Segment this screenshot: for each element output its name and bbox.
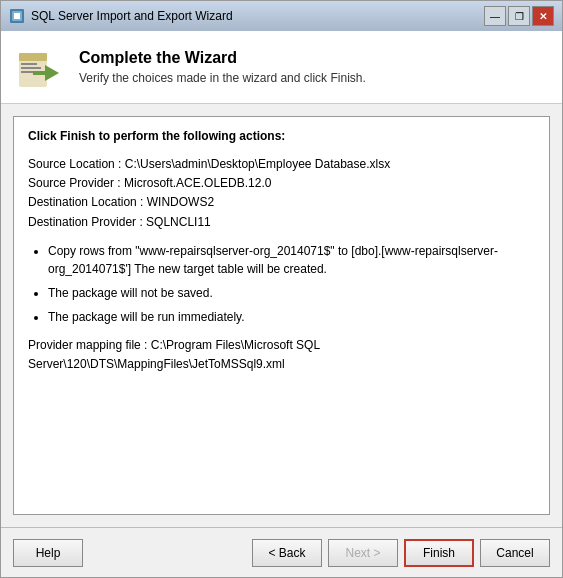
title-bar-left: SQL Server Import and Export Wizard [9, 8, 233, 24]
destination-location-value: WINDOWS2 [147, 195, 214, 209]
svg-marker-8 [45, 65, 59, 81]
footer-right: < Back Next > Finish Cancel [252, 539, 550, 567]
title-bar: SQL Server Import and Export Wizard — ❐ … [1, 1, 562, 31]
destination-provider-value: SQLNCLI11 [146, 215, 211, 229]
svg-rect-5 [21, 63, 37, 65]
back-button[interactable]: < Back [252, 539, 322, 567]
svg-rect-2 [14, 13, 20, 19]
source-provider-value: Microsoft.ACE.OLEDB.12.0 [124, 176, 271, 190]
source-provider-label: Source Provider : [28, 176, 124, 190]
minimize-button[interactable]: — [484, 6, 506, 26]
wizard-icon [17, 43, 65, 91]
action-item-3: The package will be run immediately. [48, 308, 535, 326]
header-subtitle: Verify the choices made in the wizard an… [79, 71, 366, 85]
header-title: Complete the Wizard [79, 49, 366, 67]
info-box: Click Finish to perform the following ac… [13, 116, 550, 515]
svg-rect-4 [19, 53, 47, 61]
svg-rect-7 [21, 71, 35, 73]
action-list: Copy rows from "www-repairsqlserver-org_… [48, 242, 535, 326]
info-box-title: Click Finish to perform the following ac… [28, 129, 535, 143]
footer: Help < Back Next > Finish Cancel [1, 527, 562, 577]
footer-left: Help [13, 539, 83, 567]
close-button[interactable]: ✕ [532, 6, 554, 26]
source-info: Source Location : C:\Users\admin\Desktop… [28, 155, 535, 232]
next-button[interactable]: Next > [328, 539, 398, 567]
source-provider: Source Provider : Microsoft.ACE.OLEDB.12… [28, 174, 535, 193]
cancel-button[interactable]: Cancel [480, 539, 550, 567]
provider-mapping-text: Provider mapping file : C:\Program Files… [28, 338, 320, 371]
wizard-header: Complete the Wizard Verify the choices m… [1, 31, 562, 104]
svg-rect-6 [21, 67, 41, 69]
app-icon [9, 8, 25, 24]
source-location: Source Location : C:\Users\admin\Desktop… [28, 155, 535, 174]
destination-location-label: Destination Location : [28, 195, 147, 209]
svg-rect-9 [33, 71, 47, 75]
restore-button[interactable]: ❐ [508, 6, 530, 26]
destination-provider: Destination Provider : SQLNCLI11 [28, 213, 535, 232]
destination-location: Destination Location : WINDOWS2 [28, 193, 535, 212]
title-bar-controls: — ❐ ✕ [484, 6, 554, 26]
action-item-1: Copy rows from "www-repairsqlserver-org_… [48, 242, 535, 278]
finish-button[interactable]: Finish [404, 539, 474, 567]
source-location-label: Source Location : [28, 157, 125, 171]
help-button[interactable]: Help [13, 539, 83, 567]
source-location-value: C:\Users\admin\Desktop\Employee Database… [125, 157, 390, 171]
header-text: Complete the Wizard Verify the choices m… [79, 49, 366, 85]
content-area: Click Finish to perform the following ac… [1, 104, 562, 527]
main-window: SQL Server Import and Export Wizard — ❐ … [0, 0, 563, 578]
destination-provider-label: Destination Provider : [28, 215, 146, 229]
action-item-2: The package will not be saved. [48, 284, 535, 302]
window-title: SQL Server Import and Export Wizard [31, 9, 233, 23]
provider-mapping-section: Provider mapping file : C:\Program Files… [28, 336, 535, 374]
